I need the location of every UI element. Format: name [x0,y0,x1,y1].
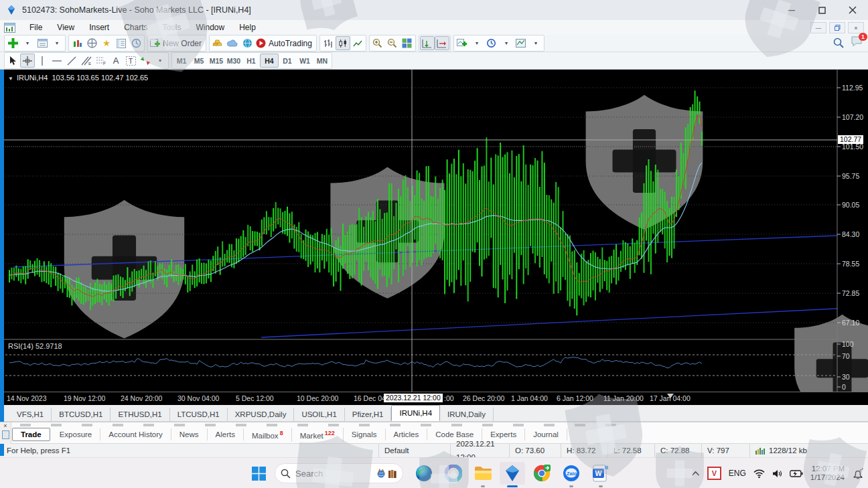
new-order-button[interactable]: New Order [149,36,205,50]
chart-shift-marker[interactable] [667,394,674,398]
chart-window[interactable]: ▼IRUNi,H4 103.56 103.65 102.47 102.65 RS… [0,70,868,404]
tray-language[interactable]: ENG [729,469,746,478]
toolbox-tab-articles[interactable]: Articles [386,428,428,440]
equidistant-channel-tool[interactable]: E [79,54,94,68]
add-indicator-dropdown[interactable]: ▾ [469,36,484,50]
chart-tab-ltcusd-h1[interactable]: LTCUSD,H1 [170,408,228,421]
trendline-tool[interactable] [64,54,79,68]
toolbox-tab-account-history[interactable]: Account History [100,428,171,440]
menu-help[interactable]: Help [232,21,263,33]
new-chart-button[interactable] [5,36,20,50]
chart-tab-iruni-h4[interactable]: IRUNi,H4 [391,405,440,421]
timeframe-w1[interactable]: W1 [296,54,313,67]
tray-v-app-icon[interactable]: V [707,467,721,480]
menu-file[interactable]: File [22,21,50,33]
bar-chart-type-button[interactable] [321,36,336,50]
add-indicator-button[interactable] [455,36,469,50]
battery-icon[interactable] [790,470,803,477]
fibonacci-tool[interactable]: F [94,54,108,68]
chart-tab-vfs-h1[interactable]: VFS,H1 [9,408,52,421]
taskbar-metatrader-icon[interactable] [500,462,525,485]
toolbox-tab-mailbox[interactable]: Mailbox8 [244,428,292,442]
market-watch-button[interactable] [70,36,84,50]
search-icon[interactable] [833,37,844,48]
taskbar-copilot-icon[interactable] [441,462,466,485]
arrows-tool[interactable] [138,54,153,68]
profiles-button[interactable] [35,36,50,50]
data-window-button[interactable] [114,36,129,50]
crosshair-tool[interactable] [20,54,35,68]
menu-insert[interactable]: Insert [82,21,117,33]
timeframe-mn[interactable]: MN [313,54,331,67]
vertical-line-tool[interactable] [35,54,50,68]
menu-charts[interactable]: Charts [117,21,155,33]
arrows-dropdown[interactable]: ▾ [153,54,167,68]
periods-button[interactable] [484,36,499,50]
templates-button[interactable] [514,36,528,50]
mdi-close-button[interactable]: × [848,22,864,33]
timeframe-m30[interactable]: M30 [225,54,242,67]
taskbar-edge-icon[interactable] [411,462,437,485]
toolbox-tab-signals[interactable]: Signals [344,428,386,440]
taskbar-explorer-icon[interactable] [470,462,496,485]
zoom-out-button[interactable] [385,36,400,50]
text-tool[interactable]: A [108,54,123,68]
line-chart-type-button[interactable] [350,36,365,50]
close-button[interactable] [837,0,868,20]
menu-view[interactable]: View [50,21,82,33]
timeframe-m5[interactable]: M5 [190,54,208,67]
notification-bell-icon[interactable]: zz [852,468,864,479]
speaker-icon[interactable] [772,469,782,478]
toolbox-tab-market[interactable]: Market122 [292,428,344,442]
minimize-button[interactable] [776,0,806,20]
mdi-restore-button[interactable] [829,22,845,33]
zoom-in-button[interactable] [370,36,385,50]
horizontal-line-tool[interactable] [50,54,64,68]
mdi-minimize-button[interactable]: — [810,22,826,33]
templates-dropdown[interactable]: ▾ [528,36,543,50]
autotrading-button[interactable]: AutoTrading [255,36,315,50]
tray-chevron-up-icon[interactable] [691,471,700,477]
timeframe-h1[interactable]: H1 [242,54,260,67]
chart-shift-button[interactable] [435,36,449,50]
toolbox-close-icon[interactable]: × [0,422,11,429]
timeframe-m1[interactable]: M1 [173,54,190,67]
cursor-tool[interactable] [5,54,20,68]
chart-tab-btcusd-h1[interactable]: BTCUSD,H1 [52,408,111,421]
price-chart-plot[interactable] [0,70,868,404]
chart-tab-ethusd-h1[interactable]: ETHUSD,H1 [111,408,169,421]
toolbox-tab-trade[interactable]: Trade [12,428,50,441]
toolbox-tab-journal[interactable]: Journal [525,428,567,440]
favorites-button[interactable]: ★ [99,36,114,50]
auto-scroll-button[interactable] [420,36,435,50]
toolbox-tab-exposure[interactable]: Exposure [52,428,101,440]
periods-dropdown[interactable]: ▾ [499,36,514,50]
wifi-icon[interactable] [753,469,765,478]
taskbar-chrome-icon[interactable] [529,462,555,485]
navigator-button[interactable] [84,36,99,50]
new-chart-dropdown[interactable]: ▾ [20,36,35,50]
menu-tools[interactable]: Tools [155,21,189,33]
tray-clock[interactable]: 12:07 PM 1/17/2024 [810,465,845,483]
timeframe-m15[interactable]: M15 [208,54,225,67]
taskbar-search-input[interactable]: Search [275,463,403,483]
notifications-button[interactable]: 1 [851,36,863,50]
time-axis[interactable]: 2023.12.21 12:00 14 Nov 202319 Nov 12:00… [0,392,868,405]
maximize-button[interactable] [806,0,837,20]
timeframe-d1[interactable]: D1 [279,54,296,67]
chart-tab-usoil-h1[interactable]: USOIL,H1 [294,408,344,421]
taskbar-zalo-icon[interactable]: Zalo [559,462,584,485]
toolbox-tab-alerts[interactable]: Alerts [208,428,244,440]
chart-tab-xrpusd-daily[interactable]: XRPUSD,Daily [228,408,295,421]
chart-tab-irun-daily[interactable]: IRUN,Daily [440,408,494,421]
symbol-ohlc-label[interactable]: ▼IRUNi,H4 103.56 103.65 102.47 102.65 [8,74,148,82]
toolbox-dock-icon[interactable] [2,430,9,439]
menu-window[interactable]: Window [189,21,232,33]
text-label-tool[interactable]: T [123,54,138,68]
strategy-tester-button[interactable] [129,36,143,50]
deposit-button[interactable] [210,36,225,50]
chart-tab-pfizer-h1[interactable]: Pfizer,H1 [345,408,392,421]
timeframe-h4[interactable]: H4 [260,54,279,68]
community-button[interactable] [240,36,255,50]
tile-windows-button[interactable] [400,36,415,50]
